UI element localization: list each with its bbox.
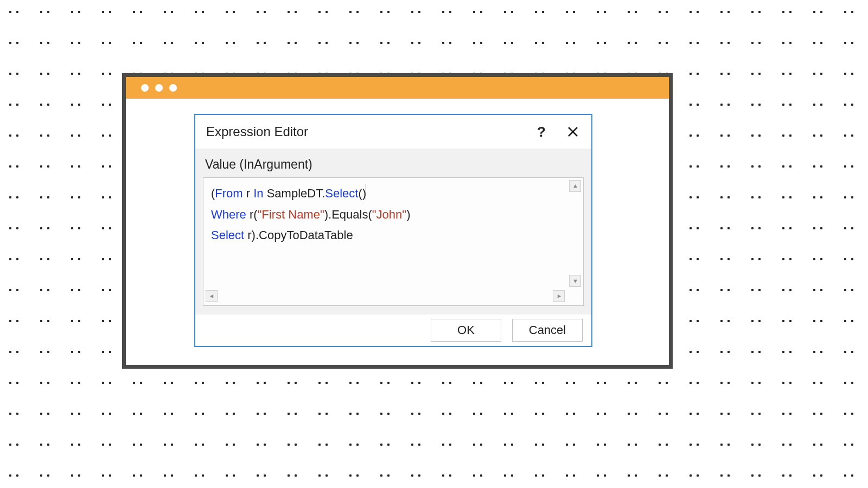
triangle-left-icon (209, 294, 214, 299)
code-line-3: Select r).CopyToDataTable (211, 225, 566, 246)
field-label: Value (InArgument) (205, 157, 584, 172)
svg-marker-5 (557, 294, 560, 298)
svg-marker-4 (209, 294, 213, 298)
close-button[interactable] (565, 124, 580, 139)
triangle-right-icon (557, 294, 561, 299)
code-line-2: Where r("First Name").Equals("John") (211, 204, 566, 226)
expression-editor-dialog: Expression Editor ? Value (InArgument) (… (194, 114, 592, 347)
mock-dot-1 (141, 84, 149, 92)
text-cursor (366, 184, 366, 200)
svg-marker-2 (573, 184, 577, 187)
close-icon (567, 126, 578, 137)
code-line-1: (From r In SampleDT.Select() (211, 183, 566, 204)
mock-dot-3 (169, 84, 177, 92)
help-button[interactable]: ? (534, 124, 549, 139)
dialog-title: Expression Editor (206, 124, 518, 139)
mock-dot-2 (155, 84, 163, 92)
mock-titlebar (126, 77, 669, 99)
expression-textarea[interactable]: (From r In SampleDT.Select() Where r("Fi… (203, 177, 584, 306)
scroll-right-button[interactable] (553, 290, 565, 302)
scroll-up-button[interactable] (569, 180, 581, 192)
dialog-footer: OK Cancel (195, 314, 591, 346)
cancel-button[interactable]: Cancel (512, 319, 583, 342)
triangle-up-icon (573, 184, 578, 189)
ok-button[interactable]: OK (431, 319, 501, 342)
scroll-down-button[interactable] (569, 275, 581, 287)
triangle-down-icon (573, 279, 578, 284)
scroll-left-button[interactable] (206, 290, 218, 302)
dialog-body: Value (InArgument) (From r In SampleDT.S… (195, 149, 591, 314)
dialog-header: Expression Editor ? (195, 115, 591, 149)
svg-marker-3 (573, 279, 577, 282)
